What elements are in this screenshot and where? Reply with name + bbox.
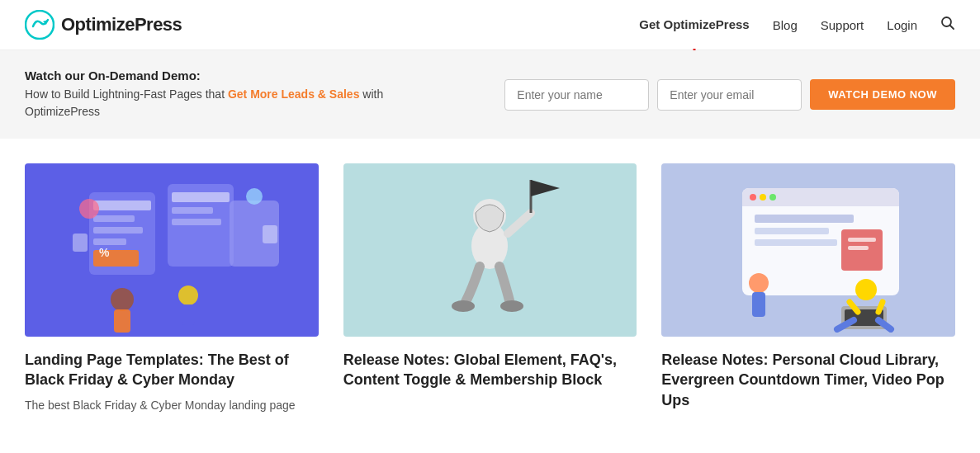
card-2-title: Release Notes: Global Element, FAQ's, Co… <box>343 350 637 390</box>
main-nav: Get OptimizePress Blog Support Login <box>639 16 955 35</box>
svg-rect-13 <box>172 192 230 202</box>
svg-point-40 <box>769 194 776 201</box>
svg-rect-45 <box>848 238 876 242</box>
logo-text: OptimizePress <box>61 14 182 35</box>
svg-rect-48 <box>752 292 765 317</box>
svg-rect-46 <box>848 246 869 250</box>
svg-rect-24 <box>73 234 88 252</box>
name-input[interactable] <box>504 79 649 111</box>
card-1-illustration: % <box>40 168 304 333</box>
nav-get-optimizepress[interactable]: Get OptimizePress <box>639 17 749 31</box>
svg-point-38 <box>750 194 756 201</box>
svg-point-39 <box>760 194 766 201</box>
svg-rect-41 <box>755 215 854 223</box>
banner-title: Watch our On-Demand Demo: <box>25 68 438 83</box>
logo-icon <box>25 10 54 40</box>
svg-point-33 <box>500 300 523 312</box>
watch-demo-button[interactable]: WATCH DEMO NOW <box>810 79 955 110</box>
nav-blog[interactable]: Blog <box>773 18 798 32</box>
svg-point-0 <box>26 11 54 39</box>
svg-rect-10 <box>93 238 126 245</box>
svg-rect-18 <box>114 309 130 333</box>
banner-subtitle-highlight: Get More Leads & Sales <box>228 87 360 101</box>
svg-text:%: % <box>99 246 110 259</box>
svg-point-47 <box>749 273 769 293</box>
nav-login[interactable]: Login <box>887 18 917 32</box>
card-3[interactable]: Release Notes: Personal Cloud Library, E… <box>661 163 955 417</box>
card-1-image: % <box>25 163 319 337</box>
svg-rect-14 <box>172 207 213 214</box>
svg-rect-9 <box>93 227 143 234</box>
svg-point-21 <box>79 199 99 219</box>
demo-banner: Watch our On-Demand Demo: How to Build L… <box>0 50 980 139</box>
card-3-title: Release Notes: Personal Cloud Library, E… <box>661 350 955 410</box>
email-input[interactable] <box>657 79 802 111</box>
svg-rect-25 <box>263 225 277 243</box>
svg-line-53 <box>878 302 883 312</box>
svg-rect-8 <box>93 215 135 222</box>
card-2-illustration <box>357 168 622 333</box>
nav-support[interactable]: Support <box>821 18 864 32</box>
logo-area[interactable]: OptimizePress <box>25 10 182 40</box>
card-3-image <box>661 163 955 337</box>
svg-point-22 <box>246 188 263 205</box>
svg-point-32 <box>452 300 475 312</box>
search-icon[interactable] <box>940 16 955 35</box>
banner-subtitle-plain: How to Build Lightning-Fast Pages that <box>25 87 228 101</box>
svg-rect-20 <box>182 304 195 325</box>
svg-rect-15 <box>172 219 221 225</box>
banner-text-area: Watch our On-Demand Demo: How to Build L… <box>25 68 438 120</box>
site-header: OptimizePress Get OptimizePress Blog Sup… <box>0 0 980 50</box>
card-1-title: Landing Page Templates: The Best of Blac… <box>25 350 319 390</box>
card-3-illustration <box>676 168 940 333</box>
card-2[interactable]: Release Notes: Global Element, FAQ's, Co… <box>343 163 637 417</box>
cards-section: % Landing Page Templates: The Best of Bl… <box>0 139 980 433</box>
svg-rect-43 <box>755 239 837 246</box>
svg-point-49 <box>855 279 877 300</box>
svg-rect-7 <box>93 201 151 210</box>
svg-line-4 <box>950 25 954 29</box>
nav-get-optimizepress-wrapper: Get OptimizePress <box>639 17 749 32</box>
svg-point-17 <box>111 288 134 311</box>
card-2-image <box>343 163 637 337</box>
banner-subtitle: How to Build Lightning-Fast Pages that G… <box>25 86 438 120</box>
card-1[interactable]: % Landing Page Templates: The Best of Bl… <box>25 163 319 417</box>
svg-rect-42 <box>755 228 829 234</box>
banner-form: WATCH DEMO NOW <box>504 79 955 111</box>
svg-point-19 <box>178 285 198 305</box>
card-1-excerpt: The best Black Friday & Cyber Monday lan… <box>25 397 319 414</box>
